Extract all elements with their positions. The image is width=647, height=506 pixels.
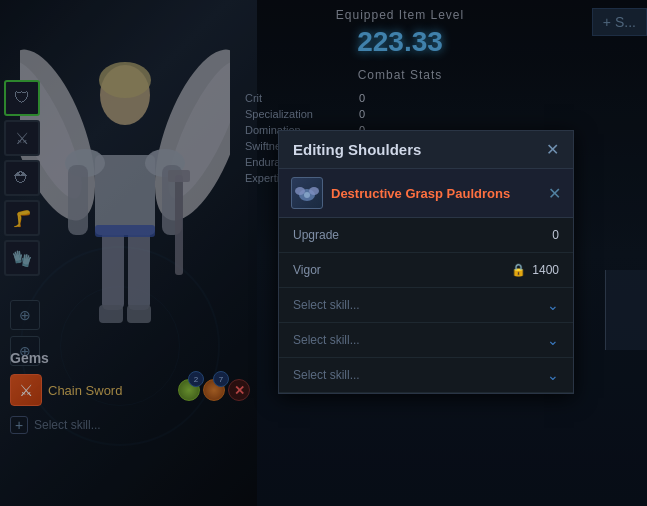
modal-close-icon: ✕ (546, 141, 559, 158)
chevron-down-2: ⌄ (547, 332, 559, 348)
vigor-value-wrapper: 🔒 1400 (511, 263, 559, 277)
skill-row-1[interactable]: Select skill... ⌄ (279, 288, 573, 323)
upgrade-label: Upgrade (293, 228, 339, 242)
svg-point-21 (304, 192, 310, 198)
modal-close-button[interactable]: ✕ (546, 142, 559, 158)
svg-point-19 (295, 187, 305, 195)
skill-row-3-label: Select skill... (293, 368, 360, 382)
skill-row-3[interactable]: Select skill... ⌄ (279, 358, 573, 393)
item-header: Destructive Grasp Pauldrons ✕ (279, 169, 573, 218)
item-name: Destructive Grasp Pauldrons (331, 186, 540, 201)
chevron-down-3: ⌄ (547, 367, 559, 383)
vigor-lock-icon: 🔒 (511, 263, 526, 277)
vigor-value: 1400 (532, 263, 559, 277)
pauldrons-svg (295, 181, 319, 205)
right-panel-partial (605, 270, 647, 350)
modal-title: Editing Shoulders (293, 141, 421, 158)
upgrade-value: 0 (552, 228, 559, 242)
editing-modal: Editing Shoulders ✕ Destructive Grasp Pa… (278, 130, 574, 394)
vigor-row: Vigor 🔒 1400 (279, 253, 573, 288)
modal-header: Editing Shoulders ✕ (279, 131, 573, 169)
chevron-down-1: ⌄ (547, 297, 559, 313)
modal-content: Upgrade 0 Vigor 🔒 1400 Select skill... ⌄… (279, 218, 573, 393)
item-icon (291, 177, 323, 209)
item-header-close-button[interactable]: ✕ (548, 184, 561, 203)
skill-row-2-label: Select skill... (293, 333, 360, 347)
svg-point-20 (309, 187, 319, 195)
skill-row-2[interactable]: Select skill... ⌄ (279, 323, 573, 358)
vigor-label: Vigor (293, 263, 321, 277)
skill-row-1-label: Select skill... (293, 298, 360, 312)
upgrade-row: Upgrade 0 (279, 218, 573, 253)
